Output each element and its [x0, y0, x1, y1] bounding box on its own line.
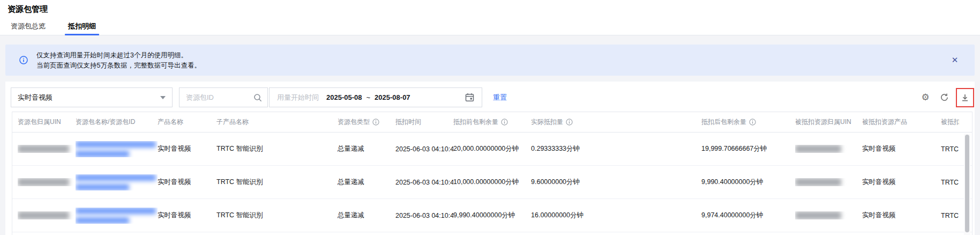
owner-uin-redacted: [18, 178, 76, 186]
product-select[interactable]: 实时音视频: [11, 87, 173, 107]
download-button-highlight[interactable]: [956, 88, 974, 107]
balance-after-cell: 9,974.40000000分钟: [701, 211, 795, 220]
deducted-sub-product-cell-truncated: TRTC: [941, 145, 959, 153]
date-range-start: 2025-05-08: [326, 93, 362, 101]
banner-line-2: 当前页面查询仅支持5万条数据，完整数据可导出查看。: [36, 61, 201, 71]
deduct-time-cell: 2025-06-03 04:10:46: [395, 145, 453, 153]
balance-before-cell: 10,000.00000000分钟: [453, 178, 531, 187]
col-balance-after: 抵扣后包剩余量: [701, 118, 795, 127]
refresh-icon[interactable]: [939, 92, 949, 102]
owner-uin-redacted: [18, 211, 76, 219]
sub-product-cell: TRTC 智能识别: [216, 211, 338, 220]
package-name-link-redacted[interactable]: [76, 141, 158, 157]
search-icon[interactable]: [253, 93, 262, 102]
actual-deduction-cell: 9.60000000分钟: [531, 178, 701, 187]
info-icon[interactable]: [501, 119, 508, 126]
info-icon[interactable]: [749, 119, 756, 126]
deducted-sub-product-cell-truncated: TRTC: [941, 212, 959, 219]
info-icon: [19, 56, 28, 64]
package-id-search: [179, 87, 268, 107]
deduction-details-table: 资源包归属UIN 资源包名称/资源包ID 产品名称 子产品名称 资源包类型 抵扣…: [12, 112, 972, 235]
package-name-link-redacted[interactable]: [76, 174, 158, 190]
col-deducted-owner-uin: 被抵扣资源归属UIN: [795, 118, 862, 127]
deduct-time-cell: 2025-06-03 04:10:47: [395, 212, 453, 219]
chevron-down-icon: [160, 96, 166, 99]
table-row: 实时音视频 TRTC 智能识别 总量递减 2025-06-03 04:10:46…: [12, 133, 972, 166]
deduct-time-cell: 2025-06-03 04:10:47: [395, 179, 453, 186]
deducted-product-cell: 实时音视频: [862, 144, 941, 153]
balance-after-cell: 19,999.70666667分钟: [701, 144, 795, 153]
actual-deduction-cell: 16.00000000分钟: [531, 211, 701, 220]
table-header-row: 资源包归属UIN 资源包名称/资源包ID 产品名称 子产品名称 资源包类型 抵扣…: [12, 112, 972, 133]
resource-package-management-page: 资源包管理 资源包总览 抵扣明细 仅支持查询用量开始时间未超过3个月的使用明细。…: [0, 0, 980, 235]
balance-before-cell: 20,000.00000000分钟: [453, 144, 531, 153]
col-deducted-product: 被抵扣资源产品: [862, 118, 941, 127]
col-owner-uin: 资源包归属UIN: [18, 118, 76, 127]
calendar-icon: [465, 93, 474, 102]
banner-line-1: 仅支持查询用量开始时间未超过3个月的使用明细。: [36, 50, 201, 61]
deducted-owner-uin-redacted: [795, 211, 862, 219]
col-sub-product-name: 子产品名称: [216, 118, 338, 127]
actual-deduction-cell: 0.29333333分钟: [531, 144, 701, 153]
product-name-cell: 实时音视频: [158, 144, 216, 153]
deducted-owner-uin-redacted: [795, 178, 862, 186]
product-name-cell: 实时音视频: [158, 211, 216, 220]
tab-deduction-details[interactable]: 抵扣明细: [67, 21, 97, 35]
deducted-product-cell: 实时音视频: [862, 211, 941, 220]
col-deduct-time: 抵扣时间: [395, 118, 453, 127]
banner-text: 仅支持查询用量开始时间未超过3个月的使用明细。 当前页面查询仅支持5万条数据，完…: [36, 50, 201, 71]
table-row: 实时音视频 TRTC 智能识别 总量递减 2025-06-03 04:10:47…: [12, 166, 972, 199]
date-range-end: 2025-08-07: [375, 93, 410, 101]
col-product-name: 产品名称: [158, 118, 216, 127]
reset-button[interactable]: 重置: [493, 87, 507, 107]
sub-product-cell: TRTC 智能识别: [216, 144, 338, 153]
page-title: 资源包管理: [8, 4, 48, 14]
package-type-cell: 总量递减: [338, 211, 395, 220]
download-icon: [961, 93, 969, 102]
info-icon[interactable]: [372, 119, 379, 126]
product-select-value: 实时音视频: [18, 93, 53, 102]
top-bar: 资源包管理 资源包总览 抵扣明细: [0, 0, 980, 35]
package-type-cell: 总量递减: [338, 178, 395, 187]
table-row: 实时音视频 TRTC 智能识别 总量递减 2025-06-03 04:10:47…: [12, 199, 972, 232]
usage-start-time-range[interactable]: 用量开始时间 2025-05-08 ~ 2025-08-07: [269, 87, 482, 107]
package-id-input[interactable]: [186, 93, 245, 101]
deducted-owner-uin-redacted: [795, 145, 862, 153]
settings-gear-icon[interactable]: ⚙: [921, 92, 930, 102]
col-package-name-id: 资源包名称/资源包ID: [76, 118, 158, 127]
vertical-scrollbar-track: [964, 134, 970, 235]
vertical-scrollbar-thumb[interactable]: [965, 135, 969, 232]
deducted-sub-product-cell-truncated: TRTC: [941, 179, 959, 186]
col-deducted-sub-product-truncated: 被抵扣: [941, 118, 959, 127]
col-actual-deduction: 实际抵扣量: [531, 118, 701, 127]
info-banner: 仅支持查询用量开始时间未超过3个月的使用明细。 当前页面查询仅支持5万条数据，完…: [5, 45, 975, 76]
balance-after-cell: 9,990.40000000分钟: [701, 178, 795, 187]
info-icon[interactable]: [566, 119, 573, 126]
tab-bar: 资源包总览 抵扣明细: [10, 21, 97, 35]
close-icon[interactable]: ✕: [950, 55, 960, 65]
deducted-product-cell: 实时音视频: [862, 178, 941, 187]
date-range-label: 用量开始时间: [277, 93, 319, 102]
tab-package-overview[interactable]: 资源包总览: [10, 21, 47, 35]
package-type-cell: 总量递减: [338, 144, 395, 153]
balance-before-cell: 9,990.40000000分钟: [453, 211, 531, 220]
col-package-type: 资源包类型: [338, 118, 395, 127]
owner-uin-redacted: [18, 145, 76, 153]
date-range-separator: ~: [366, 93, 371, 101]
col-balance-before: 抵扣前包剩余量: [453, 118, 531, 127]
sub-product-cell: TRTC 智能识别: [216, 178, 338, 187]
product-name-cell: 实时音视频: [158, 178, 216, 187]
package-name-link-redacted[interactable]: [76, 208, 158, 224]
